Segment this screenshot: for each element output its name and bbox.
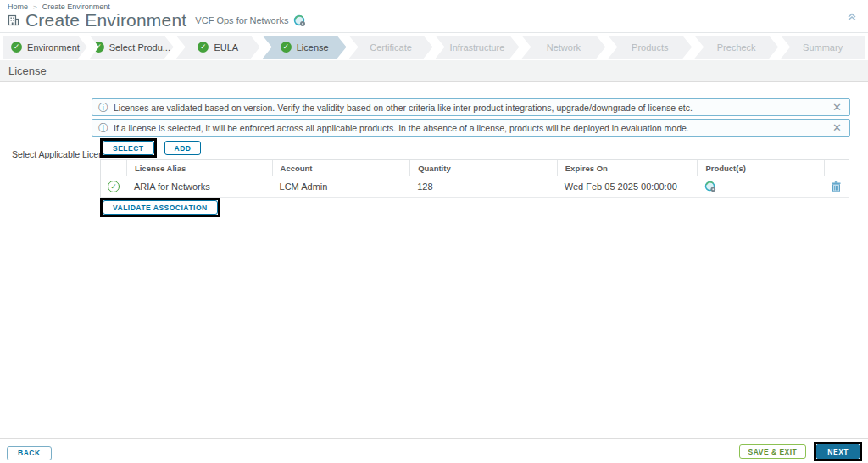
double-chevron-up-icon[interactable]	[846, 10, 858, 22]
info-alert-validation: ⓘ Licenses are validated based on versio…	[92, 98, 850, 116]
page-header: Home > Create Environment Create Environ…	[0, 0, 868, 33]
step-license[interactable]: ✓ License	[263, 36, 347, 59]
step-label: Network	[547, 42, 581, 53]
license-step-content: ⓘ Licenses are validated based on versio…	[0, 82, 868, 438]
info-icon: ⓘ	[98, 103, 108, 113]
step-label: License	[297, 42, 329, 53]
page-title: Create Environment	[25, 10, 186, 31]
info-alert-enforcement: ⓘ If a license is selected, it will be e…	[92, 119, 850, 137]
cell-quantity: 128	[409, 176, 557, 197]
section-header: License	[0, 60, 868, 82]
step-eula[interactable]: ✓ EULA	[176, 36, 260, 59]
close-icon[interactable]: ✕	[825, 102, 849, 113]
step-infrastructure: Infrastructure	[436, 36, 520, 59]
annotation-box: VALIDATE ASSOCIATION	[100, 198, 220, 217]
wizard-stepper: ✓ Environment ✓ Select Produ... ✓ EULA ✓…	[3, 36, 865, 59]
page-subtitle: VCF Ops for Networks	[195, 15, 288, 25]
select-button[interactable]: SELECT	[103, 141, 154, 155]
column-header-products: Product(s)	[697, 160, 824, 176]
step-select-products[interactable]: ✓ Select Produ...	[90, 36, 174, 59]
vcf-ops-networks-logo-icon	[293, 14, 306, 27]
check-icon: ✓	[198, 42, 209, 53]
step-label: EULA	[214, 42, 238, 53]
step-certificate: Certificate	[349, 36, 433, 59]
section-title: License	[8, 64, 47, 77]
check-icon: ✓	[11, 42, 22, 53]
create-environment-page: Home > Create Environment Create Environ…	[0, 0, 868, 463]
check-icon: ✓	[93, 42, 104, 53]
alert-text: Licenses are validated based on version.…	[114, 103, 825, 113]
actions-column-header	[824, 160, 849, 176]
step-summary: Summary	[781, 36, 865, 59]
cell-expires-on: Wed Feb 05 2025 00:00:00	[557, 176, 698, 197]
annotation-box: SELECT	[100, 138, 157, 158]
step-label: Certificate	[370, 42, 412, 53]
validate-association-button[interactable]: VALIDATE ASSOCIATION	[103, 200, 218, 215]
column-header-account: Account	[272, 160, 410, 176]
step-precheck: Precheck	[694, 36, 778, 59]
save-and-exit-button[interactable]: SAVE & EXIT	[739, 444, 807, 459]
step-label: Infrastructure	[450, 42, 505, 53]
step-label: Environment	[27, 42, 80, 53]
check-circle-icon: ✓	[108, 181, 120, 192]
licenses-table: License Alias Account Quantity Expires O…	[100, 159, 849, 198]
trash-icon	[832, 181, 841, 192]
column-header-quantity: Quantity	[409, 160, 557, 176]
alert-text: If a license is selected, it will be enf…	[114, 123, 825, 133]
step-network: Network	[521, 36, 605, 59]
check-icon: ✓	[281, 42, 292, 53]
cell-account: LCM Admin	[272, 176, 410, 197]
add-button[interactable]: ADD	[164, 141, 202, 155]
column-header-expires-on: Expires On	[557, 160, 698, 176]
column-header-license-alias: License Alias	[126, 160, 272, 176]
step-environment[interactable]: ✓ Environment	[3, 36, 87, 59]
annotation-box: NEXT	[814, 442, 862, 461]
step-label: Summary	[803, 42, 843, 53]
wizard-footer: BACK SAVE & EXIT NEXT	[0, 438, 868, 463]
step-label: Select Produ...	[109, 42, 170, 53]
step-products: Products	[608, 36, 692, 59]
building-icon	[7, 14, 20, 27]
delete-license-button[interactable]	[824, 176, 849, 197]
next-button[interactable]: NEXT	[816, 444, 860, 459]
info-icon: ⓘ	[98, 123, 108, 133]
cell-license-alias: ARIA for Networks	[126, 176, 272, 197]
table-row[interactable]: ✓ ARIA for Networks LCM Admin 128 Wed Fe…	[101, 176, 849, 198]
vcf-ops-networks-logo-icon	[697, 176, 824, 197]
back-button[interactable]: BACK	[7, 446, 52, 460]
close-icon[interactable]: ✕	[825, 122, 849, 133]
step-label: Precheck	[717, 42, 756, 53]
step-label: Products	[632, 42, 668, 53]
table-header-row: License Alias Account Quantity Expires O…	[101, 160, 849, 176]
status-column-header	[101, 160, 126, 176]
